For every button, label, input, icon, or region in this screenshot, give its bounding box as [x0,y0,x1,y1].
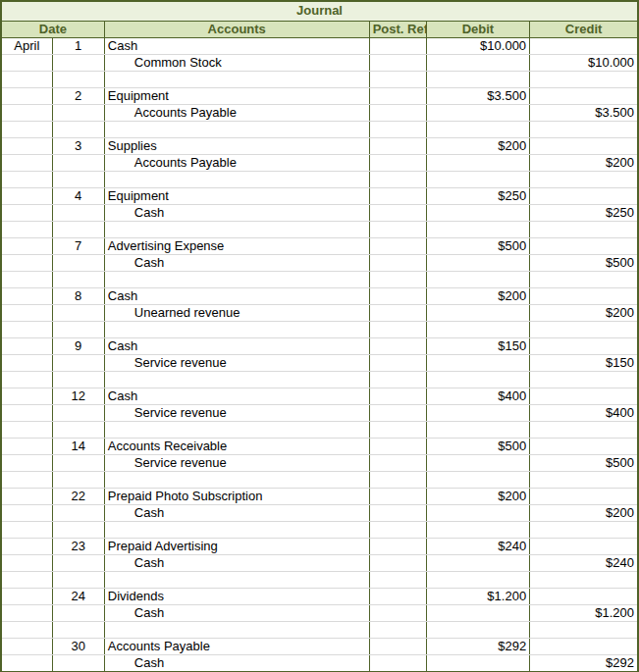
empty-cell[interactable] [52,221,104,237]
cell-month[interactable] [1,454,52,471]
cell-credit-account[interactable]: Cash [104,654,369,672]
cell-day[interactable]: 12 [52,388,104,404]
cell-debit-account[interactable]: Equipment [104,87,369,104]
cell-debit-amount[interactable]: $1.200 [426,588,529,604]
cell-debit-account[interactable]: Advertising Expense [104,237,369,254]
empty-cell[interactable] [104,471,369,488]
cell-post-ref[interactable] [369,287,426,304]
empty-cell[interactable] [426,571,529,588]
empty-cell[interactable] [1,71,52,87]
cell-day[interactable]: 1 [52,37,104,54]
empty-cell[interactable] [52,321,104,337]
cell-debit-amount[interactable]: $150 [426,337,529,354]
empty-cell[interactable] [369,571,426,588]
cell-credit-account[interactable]: Accounts Payable [104,154,369,171]
empty-cell[interactable] [369,121,426,137]
cell-credit-amount[interactable] [530,187,638,204]
empty-cell[interactable] [530,371,638,388]
cell-month[interactable] [1,54,52,71]
cell-debit-amount[interactable] [426,104,529,121]
cell-credit-amount[interactable] [530,638,638,654]
cell-post-ref[interactable] [369,604,426,621]
cell-month[interactable] [1,538,52,554]
cell-month[interactable] [1,554,52,571]
cell-post-ref[interactable] [369,237,426,254]
cell-day[interactable] [52,54,104,71]
empty-cell[interactable] [104,421,369,438]
cell-post-ref[interactable] [369,137,426,154]
cell-month[interactable] [1,154,52,171]
cell-month[interactable] [1,438,52,454]
cell-month[interactable] [1,638,52,654]
empty-cell[interactable] [426,321,529,337]
cell-debit-amount[interactable] [426,254,529,271]
cell-credit-account[interactable]: Unearned revenue [104,304,369,321]
cell-day[interactable]: 9 [52,337,104,354]
cell-credit-amount[interactable]: $150 [530,354,638,371]
cell-month[interactable] [1,354,52,371]
cell-credit-amount[interactable]: $200 [530,504,638,521]
empty-cell[interactable] [426,221,529,237]
cell-day[interactable]: 7 [52,237,104,254]
cell-month[interactable] [1,388,52,404]
cell-debit-amount[interactable]: $3.500 [426,87,529,104]
empty-cell[interactable] [426,171,529,187]
cell-debit-account[interactable]: Cash [104,337,369,354]
cell-credit-amount[interactable]: $250 [530,204,638,221]
cell-day[interactable]: 4 [52,187,104,204]
empty-cell[interactable] [530,71,638,87]
cell-post-ref[interactable] [369,438,426,454]
cell-credit-amount[interactable]: $292 [530,654,638,672]
cell-debit-amount[interactable]: $10.000 [426,37,529,54]
cell-debit-account[interactable]: Prepaid Photo Subscription [104,488,369,504]
cell-day[interactable]: 14 [52,438,104,454]
empty-cell[interactable] [369,471,426,488]
cell-credit-amount[interactable] [530,137,638,154]
cell-month[interactable] [1,588,52,604]
cell-debit-account[interactable]: Prepaid Advertising [104,538,369,554]
empty-cell[interactable] [369,621,426,638]
cell-month[interactable] [1,187,52,204]
cell-credit-account[interactable]: Service revenue [104,354,369,371]
empty-cell[interactable] [530,271,638,287]
cell-month[interactable] [1,504,52,521]
cell-day[interactable] [52,404,104,421]
cell-debit-amount[interactable]: $250 [426,187,529,204]
cell-day[interactable] [52,104,104,121]
cell-debit-account[interactable]: Accounts Receivable [104,438,369,454]
empty-cell[interactable] [104,121,369,137]
cell-day[interactable]: 3 [52,137,104,154]
empty-cell[interactable] [52,571,104,588]
cell-post-ref[interactable] [369,254,426,271]
empty-cell[interactable] [369,171,426,187]
cell-debit-amount[interactable]: $200 [426,488,529,504]
cell-day[interactable] [52,554,104,571]
empty-cell[interactable] [1,371,52,388]
empty-cell[interactable] [52,521,104,538]
empty-cell[interactable] [52,421,104,438]
cell-post-ref[interactable] [369,204,426,221]
empty-cell[interactable] [1,171,52,187]
empty-cell[interactable] [369,421,426,438]
cell-day[interactable] [52,604,104,621]
cell-day[interactable] [52,154,104,171]
empty-cell[interactable] [104,271,369,287]
cell-post-ref[interactable] [369,37,426,54]
empty-cell[interactable] [369,371,426,388]
cell-post-ref[interactable] [369,654,426,672]
cell-post-ref[interactable] [369,638,426,654]
cell-credit-amount[interactable]: $400 [530,404,638,421]
empty-cell[interactable] [530,471,638,488]
cell-debit-amount[interactable] [426,404,529,421]
empty-cell[interactable] [426,121,529,137]
cell-month[interactable] [1,654,52,672]
cell-credit-account[interactable]: Cash [104,204,369,221]
empty-cell[interactable] [369,221,426,237]
cell-debit-amount[interactable] [426,504,529,521]
cell-credit-account[interactable]: Cash [104,554,369,571]
empty-cell[interactable] [530,171,638,187]
cell-day[interactable] [52,254,104,271]
cell-credit-amount[interactable]: $500 [530,454,638,471]
cell-credit-amount[interactable] [530,237,638,254]
cell-day[interactable]: 24 [52,588,104,604]
